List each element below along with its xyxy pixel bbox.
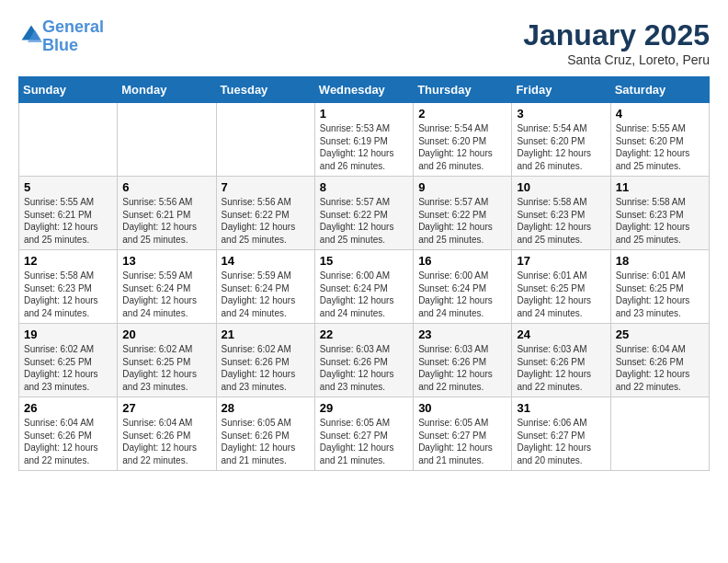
day-info: Sunrise: 6:01 AM Sunset: 6:25 PM Dayligh…	[517, 270, 605, 319]
calendar-cell	[118, 103, 216, 177]
day-number: 11	[616, 180, 704, 194]
calendar-cell: 18Sunrise: 6:01 AM Sunset: 6:25 PM Dayli…	[610, 250, 709, 324]
day-number: 24	[517, 327, 605, 341]
day-number: 28	[222, 401, 310, 415]
weekday-header: Sunday	[19, 77, 118, 103]
calendar-week-row: 1Sunrise: 5:53 AM Sunset: 6:19 PM Daylig…	[19, 103, 710, 177]
calendar-cell: 8Sunrise: 5:57 AM Sunset: 6:22 PM Daylig…	[314, 177, 413, 250]
day-number: 29	[320, 401, 408, 415]
calendar-cell: 5Sunrise: 5:55 AM Sunset: 6:21 PM Daylig…	[19, 177, 118, 250]
day-info: Sunrise: 5:54 AM Sunset: 6:20 PM Dayligh…	[418, 122, 506, 172]
calendar-cell: 29Sunrise: 6:05 AM Sunset: 6:27 PM Dayli…	[314, 397, 413, 471]
day-number: 15	[320, 254, 408, 268]
calendar-week-row: 26Sunrise: 6:04 AM Sunset: 6:26 PM Dayli…	[19, 397, 710, 471]
day-number: 14	[222, 254, 310, 268]
calendar-cell: 14Sunrise: 5:59 AM Sunset: 6:24 PM Dayli…	[216, 250, 314, 324]
day-info: Sunrise: 5:57 AM Sunset: 6:22 PM Dayligh…	[320, 196, 408, 246]
calendar-cell	[19, 103, 118, 177]
day-number: 10	[517, 180, 605, 194]
calendar-cell: 31Sunrise: 6:06 AM Sunset: 6:27 PM Dayli…	[512, 397, 610, 471]
day-number: 31	[517, 401, 605, 415]
day-number: 2	[418, 107, 506, 121]
calendar-cell: 1Sunrise: 5:53 AM Sunset: 6:19 PM Daylig…	[314, 103, 413, 177]
day-info: Sunrise: 5:57 AM Sunset: 6:22 PM Dayligh…	[418, 196, 506, 246]
day-number: 13	[122, 254, 210, 268]
day-info: Sunrise: 6:03 AM Sunset: 6:26 PM Dayligh…	[320, 343, 408, 393]
weekday-header: Monday	[118, 77, 216, 103]
day-number: 30	[418, 401, 506, 415]
day-number: 17	[517, 254, 605, 268]
day-info: Sunrise: 5:58 AM Sunset: 6:23 PM Dayligh…	[616, 196, 704, 246]
day-number: 9	[418, 180, 506, 194]
day-number: 21	[222, 327, 310, 341]
day-info: Sunrise: 6:05 AM Sunset: 6:27 PM Dayligh…	[320, 417, 408, 466]
day-number: 7	[222, 180, 310, 194]
calendar-cell: 17Sunrise: 6:01 AM Sunset: 6:25 PM Dayli…	[512, 250, 610, 324]
weekday-header: Friday	[512, 77, 610, 103]
day-info: Sunrise: 6:01 AM Sunset: 6:25 PM Dayligh…	[616, 270, 704, 319]
calendar-cell	[216, 103, 314, 177]
calendar-cell: 22Sunrise: 6:03 AM Sunset: 6:26 PM Dayli…	[314, 324, 413, 397]
calendar-cell: 27Sunrise: 6:04 AM Sunset: 6:26 PM Dayli…	[118, 397, 216, 471]
day-number: 23	[418, 327, 506, 341]
day-number: 18	[616, 254, 704, 268]
day-info: Sunrise: 6:02 AM Sunset: 6:26 PM Dayligh…	[222, 343, 310, 393]
calendar-table: SundayMondayTuesdayWednesdayThursdayFrid…	[18, 76, 710, 471]
day-number: 26	[24, 401, 112, 415]
calendar-cell	[610, 397, 709, 471]
day-number: 1	[320, 107, 408, 121]
day-info: Sunrise: 6:03 AM Sunset: 6:26 PM Dayligh…	[418, 343, 506, 393]
day-info: Sunrise: 5:56 AM Sunset: 6:22 PM Dayligh…	[222, 196, 310, 246]
day-info: Sunrise: 5:55 AM Sunset: 6:20 PM Dayligh…	[616, 122, 704, 172]
calendar-cell: 12Sunrise: 5:58 AM Sunset: 6:23 PM Dayli…	[19, 250, 118, 324]
calendar-cell: 10Sunrise: 5:58 AM Sunset: 6:23 PM Dayli…	[512, 177, 610, 250]
calendar-cell: 4Sunrise: 5:55 AM Sunset: 6:20 PM Daylig…	[610, 103, 709, 177]
day-number: 5	[24, 180, 112, 194]
day-number: 19	[24, 327, 112, 341]
day-info: Sunrise: 6:03 AM Sunset: 6:26 PM Dayligh…	[517, 343, 605, 393]
day-number: 12	[24, 254, 112, 268]
calendar-cell: 26Sunrise: 6:04 AM Sunset: 6:26 PM Dayli…	[19, 397, 118, 471]
weekday-header: Tuesday	[216, 77, 314, 103]
calendar-cell: 16Sunrise: 6:00 AM Sunset: 6:24 PM Dayli…	[414, 250, 512, 324]
day-info: Sunrise: 5:59 AM Sunset: 6:24 PM Dayligh…	[122, 270, 210, 319]
day-number: 22	[320, 327, 408, 341]
day-info: Sunrise: 6:00 AM Sunset: 6:24 PM Dayligh…	[418, 270, 506, 319]
logo-text: General Blue	[42, 18, 104, 55]
day-info: Sunrise: 5:59 AM Sunset: 6:24 PM Dayligh…	[222, 270, 310, 319]
day-info: Sunrise: 5:56 AM Sunset: 6:21 PM Dayligh…	[122, 196, 210, 246]
calendar-cell: 7Sunrise: 5:56 AM Sunset: 6:22 PM Daylig…	[216, 177, 314, 250]
day-info: Sunrise: 6:04 AM Sunset: 6:26 PM Dayligh…	[122, 417, 210, 466]
weekday-header: Saturday	[610, 77, 709, 103]
calendar-cell: 6Sunrise: 5:56 AM Sunset: 6:21 PM Daylig…	[118, 177, 216, 250]
day-number: 25	[616, 327, 704, 341]
location-subtitle: Santa Cruz, Loreto, Peru	[523, 52, 710, 67]
weekday-header-row: SundayMondayTuesdayWednesdayThursdayFrid…	[19, 77, 710, 103]
day-number: 20	[122, 327, 210, 341]
day-info: Sunrise: 5:55 AM Sunset: 6:21 PM Dayligh…	[24, 196, 112, 246]
weekday-header: Wednesday	[314, 77, 413, 103]
calendar-cell: 25Sunrise: 6:04 AM Sunset: 6:26 PM Dayli…	[610, 324, 709, 397]
day-info: Sunrise: 6:06 AM Sunset: 6:27 PM Dayligh…	[517, 417, 605, 466]
day-info: Sunrise: 6:00 AM Sunset: 6:24 PM Dayligh…	[320, 270, 408, 319]
calendar-cell: 19Sunrise: 6:02 AM Sunset: 6:25 PM Dayli…	[19, 324, 118, 397]
day-info: Sunrise: 5:54 AM Sunset: 6:20 PM Dayligh…	[517, 122, 605, 172]
calendar-cell: 11Sunrise: 5:58 AM Sunset: 6:23 PM Dayli…	[610, 177, 709, 250]
day-number: 16	[418, 254, 506, 268]
day-info: Sunrise: 5:58 AM Sunset: 6:23 PM Dayligh…	[24, 270, 112, 319]
weekday-header: Thursday	[414, 77, 512, 103]
logo-line1: General	[42, 17, 104, 36]
calendar-week-row: 5Sunrise: 5:55 AM Sunset: 6:21 PM Daylig…	[19, 177, 710, 250]
day-number: 4	[616, 107, 704, 121]
calendar-week-row: 19Sunrise: 6:02 AM Sunset: 6:25 PM Dayli…	[19, 324, 710, 397]
logo-icon	[20, 24, 42, 46]
calendar-cell: 20Sunrise: 6:02 AM Sunset: 6:25 PM Dayli…	[118, 324, 216, 397]
calendar-cell: 21Sunrise: 6:02 AM Sunset: 6:26 PM Dayli…	[216, 324, 314, 397]
calendar-cell: 30Sunrise: 6:05 AM Sunset: 6:27 PM Dayli…	[414, 397, 512, 471]
calendar-cell: 28Sunrise: 6:05 AM Sunset: 6:26 PM Dayli…	[216, 397, 314, 471]
day-info: Sunrise: 6:02 AM Sunset: 6:25 PM Dayligh…	[122, 343, 210, 393]
day-number: 3	[517, 107, 605, 121]
day-info: Sunrise: 6:04 AM Sunset: 6:26 PM Dayligh…	[24, 417, 112, 466]
day-number: 27	[122, 401, 210, 415]
logo-line2: Blue	[42, 36, 78, 54]
